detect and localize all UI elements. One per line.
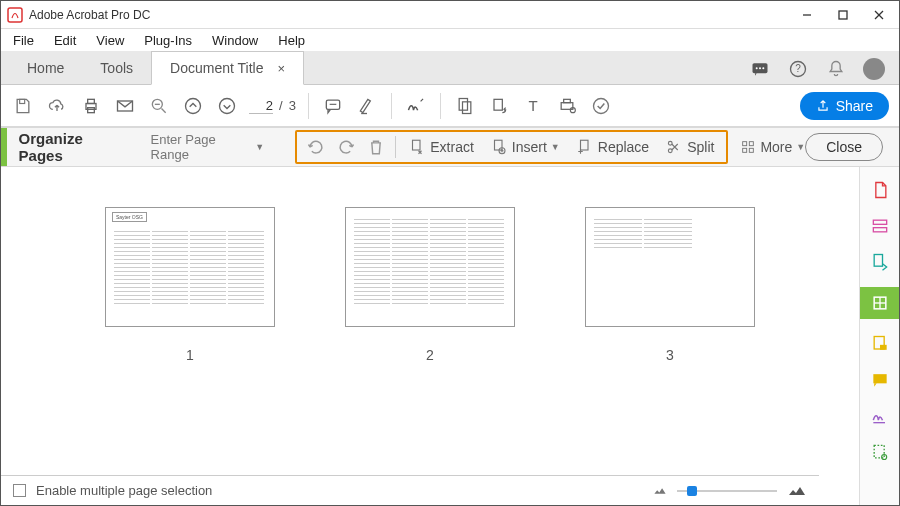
page-preview[interactable] xyxy=(585,207,755,327)
rotate-cw-icon[interactable] xyxy=(335,136,357,158)
bell-icon[interactable] xyxy=(825,58,847,80)
replace-label: Replace xyxy=(598,139,649,155)
tab-home[interactable]: Home xyxy=(9,52,82,84)
chevron-down-icon: ▼ xyxy=(796,142,805,152)
cloud-upload-icon[interactable] xyxy=(45,94,69,118)
svg-rect-37 xyxy=(580,140,588,150)
menu-edit[interactable]: Edit xyxy=(46,31,84,50)
sign-icon[interactable] xyxy=(404,94,428,118)
highlight-icon[interactable] xyxy=(355,94,379,118)
combine-icon[interactable] xyxy=(869,215,891,237)
organize-sidebar-icon[interactable] xyxy=(860,287,900,319)
page-down-icon[interactable] xyxy=(215,94,239,118)
svg-point-7 xyxy=(759,67,761,69)
close-label: Close xyxy=(826,139,862,155)
svg-point-20 xyxy=(220,98,235,113)
svg-point-31 xyxy=(593,98,608,113)
insert-label: Insert xyxy=(512,139,547,155)
rotate-page-icon[interactable] xyxy=(487,94,511,118)
more-button[interactable]: More ▼ xyxy=(740,139,805,155)
svg-line-17 xyxy=(162,108,166,112)
checkmark-icon[interactable] xyxy=(589,94,613,118)
close-organize-button[interactable]: Close xyxy=(805,133,883,161)
fill-sign-sidebar-icon[interactable] xyxy=(869,405,891,427)
right-tool-sidebar xyxy=(859,167,899,505)
help-icon[interactable]: ? xyxy=(787,58,809,80)
main-toolbar: / 3 T Share xyxy=(1,85,899,127)
accent-bar xyxy=(1,128,7,166)
text-tool-icon[interactable]: T xyxy=(521,94,545,118)
footer-bar: Enable multiple page selection xyxy=(1,475,819,505)
export-icon[interactable] xyxy=(869,251,891,273)
page-preview[interactable]: Sayter OSG xyxy=(105,207,275,327)
page-up-icon[interactable] xyxy=(181,94,205,118)
note-sidebar-icon[interactable] xyxy=(869,369,891,391)
comment-sidebar-icon[interactable] xyxy=(869,333,891,355)
more-tools-sidebar-icon[interactable] xyxy=(869,441,891,463)
rotate-ccw-icon[interactable] xyxy=(305,136,327,158)
zoom-small-icon[interactable] xyxy=(653,486,667,496)
zoom-large-icon[interactable] xyxy=(787,484,807,498)
tab-tools[interactable]: Tools xyxy=(82,52,151,84)
page-preview[interactable] xyxy=(345,207,515,327)
page-thumbnails-area: Sayter OSG 1 xyxy=(1,167,859,505)
zoom-out-icon[interactable] xyxy=(147,94,171,118)
close-window-button[interactable] xyxy=(865,5,893,25)
crop-page-icon[interactable] xyxy=(453,94,477,118)
separator xyxy=(308,93,309,119)
app-title: Adobe Acrobat Pro DC xyxy=(29,8,150,22)
svg-rect-32 xyxy=(413,140,421,150)
menu-window[interactable]: Window xyxy=(204,31,266,50)
menu-view[interactable]: View xyxy=(88,31,132,50)
envelope-icon[interactable] xyxy=(113,94,137,118)
menu-plugins[interactable]: Plug-Ins xyxy=(136,31,200,50)
split-button[interactable]: Split xyxy=(661,136,718,158)
tab-close-icon[interactable]: × xyxy=(277,61,285,76)
svg-text:?: ? xyxy=(795,63,801,74)
share-button[interactable]: Share xyxy=(800,92,889,120)
chevron-down-icon: ▼ xyxy=(551,142,560,152)
create-pdf-icon[interactable] xyxy=(869,179,891,201)
menu-file[interactable]: File xyxy=(5,31,42,50)
multi-select-checkbox[interactable] xyxy=(13,484,26,497)
svg-rect-24 xyxy=(459,98,467,110)
page-thumbnail[interactable]: 2 xyxy=(345,207,515,363)
svg-rect-40 xyxy=(743,142,747,146)
svg-rect-43 xyxy=(750,148,754,152)
print-tool-icon[interactable] xyxy=(555,94,579,118)
replace-button[interactable]: Replace xyxy=(572,136,653,158)
svg-rect-13 xyxy=(88,99,95,103)
svg-text:T: T xyxy=(528,97,537,114)
save-icon[interactable] xyxy=(11,94,35,118)
page-thumbnail[interactable]: 3 xyxy=(585,207,755,363)
trash-icon[interactable] xyxy=(365,136,387,158)
svg-rect-51 xyxy=(880,345,887,350)
zoom-slider-handle[interactable] xyxy=(687,486,697,496)
page-indicator: / 3 xyxy=(249,98,296,114)
svg-point-6 xyxy=(756,67,758,69)
separator xyxy=(391,93,392,119)
page-total: 3 xyxy=(289,98,296,113)
page-number: 3 xyxy=(666,347,674,363)
comment-icon[interactable] xyxy=(321,94,345,118)
split-label: Split xyxy=(687,139,714,155)
page-range-dropdown[interactable]: Enter Page Range ▼ xyxy=(142,127,274,167)
title-bar: Adobe Acrobat Pro DC xyxy=(1,1,899,29)
svg-rect-42 xyxy=(743,148,747,152)
page-current-input[interactable] xyxy=(249,98,273,114)
share-label: Share xyxy=(836,98,873,114)
minimize-button[interactable] xyxy=(793,5,821,25)
avatar[interactable] xyxy=(863,58,885,80)
zoom-slider[interactable] xyxy=(677,490,777,492)
maximize-button[interactable] xyxy=(829,5,857,25)
print-icon[interactable] xyxy=(79,94,103,118)
menu-help[interactable]: Help xyxy=(270,31,313,50)
svg-rect-44 xyxy=(873,220,886,224)
svg-rect-41 xyxy=(750,142,754,146)
insert-button[interactable]: Insert ▼ xyxy=(486,136,564,158)
tab-document[interactable]: Document Title × xyxy=(151,51,304,85)
page-range-placeholder: Enter Page Range xyxy=(151,132,250,162)
extract-button[interactable]: Extract xyxy=(404,136,478,158)
chat-icon[interactable] xyxy=(749,58,771,80)
page-thumbnail[interactable]: Sayter OSG 1 xyxy=(105,207,275,363)
